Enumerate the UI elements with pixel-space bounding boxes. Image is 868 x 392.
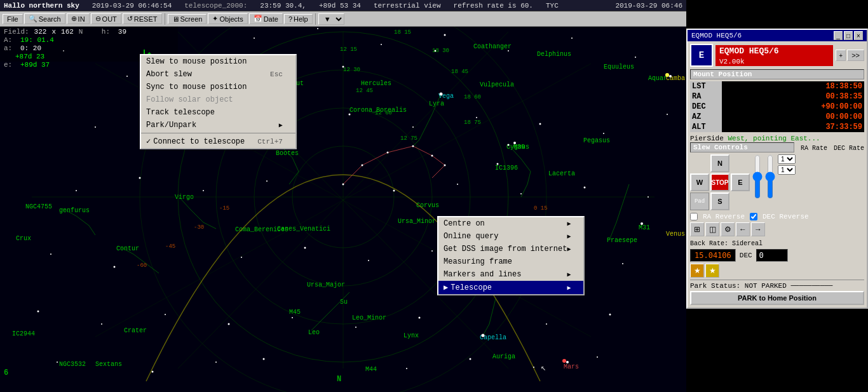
cm-centre-on[interactable]: Centre on ▶ xyxy=(438,217,583,230)
eqmod-close-btn[interactable]: × xyxy=(854,31,863,40)
slew-controls-title: Slew Controls xyxy=(690,142,794,152)
sm-park-unpark[interactable]: Park/Unpark ▶ xyxy=(141,119,295,132)
svg-point-80 xyxy=(641,222,643,225)
ra-rate-slider[interactable] xyxy=(752,154,763,199)
reset-btn[interactable]: ↺ RESET xyxy=(123,13,162,24)
dec-reverse-check[interactable] xyxy=(750,213,757,220)
svg-point-79 xyxy=(513,142,516,144)
screen-btn[interactable]: 🖥 Screen xyxy=(168,14,207,24)
icon-btn-1[interactable]: ⊞ xyxy=(690,222,704,236)
icon-btn-2[interactable]: ◫ xyxy=(705,222,719,236)
stop-btn[interactable]: STOP xyxy=(710,173,729,191)
help-btn[interactable]: ? Help xyxy=(284,14,313,24)
search-btn[interactable]: 🔍 Search xyxy=(24,13,65,24)
ra-rate-label: RA Rate xyxy=(801,145,827,152)
sm-connect-telescope[interactable]: ✓ Connect to telescope Ctrl+7 xyxy=(141,135,295,148)
label-corona: Corona_Borealis xyxy=(349,107,407,114)
svg-point-71 xyxy=(152,371,154,373)
svg-point-45 xyxy=(203,190,204,191)
svg-point-65 xyxy=(292,317,293,318)
pad-btn[interactable]: Pad xyxy=(690,193,709,210)
label-ic2944: IC2944 xyxy=(12,330,35,337)
telescope-label: telescope_2000: xyxy=(184,2,247,10)
label-auriga: Auriga xyxy=(492,353,515,360)
svg-point-70 xyxy=(57,362,58,363)
reset-icon: ↺ xyxy=(127,15,133,23)
eqmod-maximize-btn[interactable]: □ xyxy=(844,31,853,40)
label-corvus: Corvus xyxy=(416,202,439,209)
svg-point-31 xyxy=(571,37,573,39)
label-coathanger: Coathanger xyxy=(473,43,512,50)
e-label: e: xyxy=(4,61,15,69)
dec-input-field[interactable] xyxy=(756,249,788,262)
dec-label: DEC xyxy=(690,102,722,112)
e-value1: +89d 37 xyxy=(20,61,50,69)
svg-point-29 xyxy=(444,34,446,36)
field-x: x xyxy=(51,28,56,36)
svg-point-11 xyxy=(440,93,443,96)
park-home-btn[interactable]: PARK to Home Position xyxy=(690,291,864,305)
context-menu: Centre on ▶ Online query ▶ Get DSS image… xyxy=(437,216,585,295)
view-label: terrestrial view xyxy=(374,2,441,10)
eq-name: EQMOD HEQ5/6 xyxy=(715,45,833,57)
cm-dss-image[interactable]: Get DSS image from internet ▶ xyxy=(438,243,583,255)
sm-slew-mouse[interactable]: Slew to mouse position xyxy=(141,55,295,68)
eq-logo: E xyxy=(690,44,713,67)
cm-measuring-frame[interactable]: Measuring frame xyxy=(438,255,583,268)
ra-value-eq: 00:38:35 xyxy=(722,91,864,102)
right-time: 2019-03-29 06:46 xyxy=(615,2,682,10)
alt-value: 37:33:59 xyxy=(722,122,864,132)
svg-text:-60: -60 xyxy=(137,262,147,269)
east-btn[interactable]: E xyxy=(731,173,750,191)
star-icon-1[interactable]: ★ xyxy=(690,264,704,278)
svg-point-54 xyxy=(241,257,242,258)
eq-add-btn[interactable]: + xyxy=(836,50,846,61)
sub-menu: Slew to mouse position Abort slew Esc Sy… xyxy=(140,54,297,149)
north-btn[interactable]: N xyxy=(710,154,729,172)
south-btn[interactable]: S xyxy=(710,193,729,210)
cm-online-query[interactable]: Online query ▶ xyxy=(438,230,583,243)
svg-point-14 xyxy=(566,361,569,363)
star-icon-2[interactable]: ★ xyxy=(705,264,719,278)
sm-sync-mouse[interactable]: Sync to mouse position xyxy=(141,81,295,93)
label-ic1396: IC1396 xyxy=(495,165,518,172)
d-value2: +87d 23 xyxy=(15,53,44,60)
svg-point-52 xyxy=(50,253,51,255)
rate-display: 15.04106 xyxy=(690,249,736,262)
eq-forward-btn[interactable]: >> xyxy=(847,50,864,61)
park-line: ────────── xyxy=(790,282,832,290)
ra-rate-select[interactable]: 1 xyxy=(778,154,796,164)
svg-point-37 xyxy=(349,114,351,116)
icon-btn-3[interactable]: ⚙ xyxy=(721,222,735,236)
ra-reverse-check[interactable] xyxy=(690,213,698,220)
sm-track-telescope[interactable]: Track telescope xyxy=(141,106,295,119)
file-menu[interactable]: File xyxy=(3,14,23,24)
objects-btn[interactable]: ✦ Objects xyxy=(208,13,247,24)
sm-abort-slew[interactable]: Abort slew Esc xyxy=(141,68,295,81)
label-crater: Crater xyxy=(124,327,147,334)
svg-point-32 xyxy=(635,57,636,58)
dec-reverse-label: DEC Reverse xyxy=(763,213,809,220)
cm-telescope[interactable]: ▶ Telescope ▶ xyxy=(438,281,583,294)
zoom-out-btn[interactable]: ⊖ OUT xyxy=(91,13,121,24)
label-lynx: Lynx xyxy=(403,332,419,339)
dec-rate-slider[interactable] xyxy=(765,154,775,199)
track-rate-row: Back Rate: Sidereal xyxy=(690,240,864,247)
dropdown-select[interactable]: ▼ xyxy=(318,13,344,25)
field-label: Field: xyxy=(4,28,29,36)
zoom-in-btn[interactable]: ⊕ IN xyxy=(67,13,90,24)
cm-markers-lines[interactable]: Markers and lines ▶ xyxy=(438,268,583,281)
west-btn[interactable]: W xyxy=(690,173,709,191)
svg-point-85 xyxy=(665,73,669,77)
eqmod-minimize-btn[interactable]: _ xyxy=(834,31,843,40)
svg-point-57 xyxy=(431,250,433,252)
ra-reverse-label: RA Reverse xyxy=(703,213,745,220)
svg-point-47 xyxy=(393,190,395,192)
svg-point-60 xyxy=(622,263,623,264)
svg-point-27 xyxy=(317,28,318,29)
dec-rate-select[interactable]: 1 xyxy=(778,165,796,175)
svg-text:18 60: 18 60 xyxy=(464,94,481,100)
date-btn[interactable]: 📅 Date xyxy=(249,13,283,24)
icon-btn-5[interactable]: → xyxy=(751,222,765,236)
icon-btn-4[interactable]: ← xyxy=(736,222,750,236)
